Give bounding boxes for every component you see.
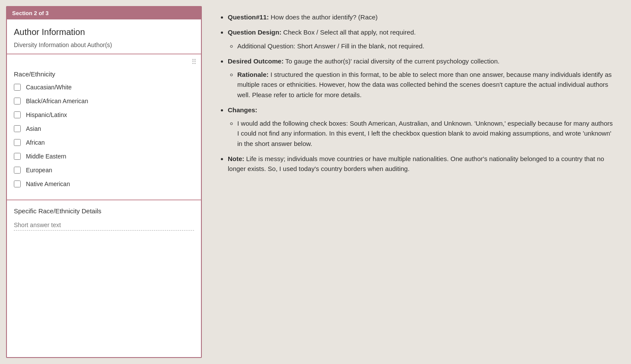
drag-handle-row: ⠿: [7, 54, 201, 67]
list-item-changes: Changes: I would add the following check…: [228, 105, 615, 149]
specific-label: Specific Race/Ethnicity Details: [14, 207, 194, 215]
changes-subitems: I would add the following check boxes: S…: [228, 118, 615, 149]
desired-outcome-text: To gauge the author(s)' racial diversity…: [285, 57, 500, 65]
specific-section: Specific Race/Ethnicity Details: [7, 200, 201, 236]
right-panel: Question#11: How does the author identif…: [202, 0, 631, 364]
section-header-label: Section 2 of 3: [12, 10, 49, 16]
checkbox-label-african: African: [26, 139, 45, 146]
question11-prefix: Question#11:: [228, 13, 269, 21]
checkbox-label-middle-eastern: Middle Eastern: [26, 153, 66, 160]
changes-prefix: Changes:: [228, 106, 257, 114]
list-item-question11: Question#11: How does the author identif…: [228, 12, 615, 22]
checkbox-middle-eastern[interactable]: [14, 153, 21, 160]
note-prefix: Note:: [228, 155, 244, 162]
list-item-desired-outcome: Desired Outcome: To gauge the author(s)'…: [228, 56, 615, 100]
checkbox-label-black: Black/African American: [26, 98, 88, 104]
race-ethnicity-section: Race/Ethnicity Caucasian/White Black/Afr…: [7, 67, 201, 200]
changes-text: I would add the following check boxes: S…: [237, 120, 613, 147]
desired-outcome-prefix: Desired Outcome:: [228, 57, 284, 65]
checkbox-row-european: European: [14, 167, 194, 174]
checkbox-row-hispanic: Hispanic/Latinx: [14, 111, 194, 118]
drag-handle-icon[interactable]: ⠿: [191, 58, 197, 66]
checkbox-native-american[interactable]: [14, 180, 21, 187]
checkbox-african[interactable]: [14, 139, 21, 146]
changes-item: I would add the following check boxes: S…: [237, 118, 615, 149]
checkbox-european[interactable]: [14, 167, 21, 174]
checkbox-hispanic[interactable]: [14, 111, 21, 118]
section-header: Section 2 of 3: [7, 7, 201, 19]
question-design-text: Check Box / Select all that apply, not r…: [283, 28, 416, 36]
checkbox-row-asian: Asian: [14, 125, 194, 132]
checkbox-label-native-american: Native American: [26, 180, 70, 187]
race-ethnicity-label: Race/Ethnicity: [14, 70, 194, 78]
additional-question-text: Additional Question: Short Answer / Fill…: [237, 42, 424, 50]
checkbox-label-asian: Asian: [26, 125, 41, 132]
checkbox-caucasian[interactable]: [14, 84, 21, 91]
rationale-text: I structured the question in this format…: [237, 71, 612, 98]
checkbox-black[interactable]: [14, 98, 21, 104]
additional-question-item: Additional Question: Short Answer / Fill…: [237, 41, 615, 51]
rationale-prefix: Rationale:: [237, 71, 269, 78]
question11-text: How does the author identify? (Race): [271, 13, 378, 21]
checkbox-row-african: African: [14, 139, 194, 146]
question-design-prefix: Question Design:: [228, 28, 281, 36]
checkbox-row-middle-eastern: Middle Eastern: [14, 153, 194, 160]
checkbox-label-european: European: [26, 167, 52, 174]
checkbox-row-native-american: Native American: [14, 180, 194, 187]
checkbox-label-caucasian: Caucasian/White: [26, 84, 72, 91]
checkbox-row-caucasian: Caucasian/White: [14, 84, 194, 91]
list-item-note: Note: Life is messy; individuals move co…: [228, 154, 615, 174]
desired-outcome-subitems: Rationale: I structured the question in …: [228, 70, 615, 100]
left-panel: Section 2 of 3 Author Information Divers…: [6, 6, 202, 358]
author-info-title: Author Information: [14, 27, 194, 37]
author-info-block: Author Information Diversity Information…: [7, 19, 201, 54]
checkbox-label-hispanic: Hispanic/Latinx: [26, 111, 67, 118]
author-info-subtitle: Diversity Information about Author(s): [14, 41, 194, 48]
rationale-item: Rationale: I structured the question in …: [237, 70, 615, 100]
list-item-question-design: Question Design: Check Box / Select all …: [228, 27, 615, 51]
info-list: Question#11: How does the author identif…: [217, 12, 615, 174]
short-answer-input[interactable]: [14, 220, 194, 231]
note-text: Life is messy; individuals move countrie…: [228, 155, 604, 172]
question-design-subitems: Additional Question: Short Answer / Fill…: [228, 41, 615, 51]
checkbox-row-black: Black/African American: [14, 98, 194, 104]
checkbox-asian[interactable]: [14, 125, 21, 132]
